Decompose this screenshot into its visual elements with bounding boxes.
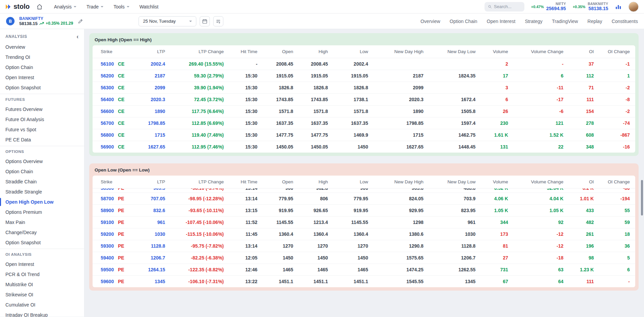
edit-pencil-icon[interactable]	[78, 19, 83, 24]
cell-value: 1798.85	[148, 120, 165, 126]
table-row[interactable]: 56200CE218759.30 (2.79%)15:301915.051915…	[93, 70, 635, 82]
table-row[interactable]: 59100PE961-107.45 (-10.06%)11:521145.551…	[93, 217, 635, 228]
scrollbar[interactable]	[641, 180, 643, 216]
pagenav-open-interest[interactable]: Open Interest	[487, 19, 516, 24]
table-row[interactable]: 56100CE2002.4269.40 (15.55%)-2008.452008…	[93, 58, 635, 70]
cell-value: 3	[505, 85, 508, 90]
sidebar-item-options-premium[interactable]: Options Premium	[0, 207, 84, 217]
menu-watchlist[interactable]: Watchlist	[140, 4, 158, 9]
cell-value: 1206.7	[461, 255, 476, 261]
cell-oi-change: -8	[597, 94, 635, 106]
table-row[interactable]: 58900PE832.6-93.65 (-10.11%)13:15919.959…	[93, 205, 635, 217]
col-strike: Strike	[93, 45, 132, 58]
cell-volume: 27	[479, 252, 511, 264]
table-row[interactable]: 59400PE1206.7-82.25 (-6.38%)12:051450145…	[93, 252, 635, 264]
table-row[interactable]: 59200PE1030-115.15 (-10.06%)11:451360.41…	[93, 228, 635, 240]
cell-volume-change: -18	[512, 252, 567, 264]
home-icon[interactable]	[36, 4, 43, 10]
sidebar-item-open-interest[interactable]: Open Interest	[0, 72, 84, 83]
sidebar-item-intraday-oi-breakup[interactable]: Intraday OI Breakup	[0, 310, 84, 317]
strike-value: 56400	[101, 97, 114, 102]
search-box[interactable]	[485, 2, 524, 12]
menu-tools[interactable]: Tools	[114, 4, 129, 9]
pagenav-overview[interactable]: Overview	[420, 19, 440, 24]
sidebar-item-overview[interactable]: Overview	[0, 42, 84, 52]
cell-ltp-change: -98.10 (-9.74%)	[169, 188, 227, 193]
sidebar-item-cumulative-oi[interactable]: Cumulative OI	[0, 300, 84, 310]
cell-low: 1571.8	[331, 106, 372, 117]
cell-volume-change: 1.05 K	[512, 205, 567, 217]
calendar-button[interactable]	[200, 16, 210, 26]
sidebar-item-options-overview[interactable]: Options Overview	[0, 156, 84, 166]
table-row[interactable]: 58500PE909.5-98.10 (-9.74%)13:14900962.8…	[93, 188, 635, 193]
cell-open: 1450	[261, 252, 297, 264]
ticker-nifty[interactable]: +0.47% NIFTY 25694.95	[531, 2, 566, 12]
sidebar-item-multistrike-oi[interactable]: Multistrike OI	[0, 279, 84, 290]
ticker-banknifty[interactable]: +0.35% BANKNIFTY 58138.15	[573, 2, 608, 12]
cell-value: 1477.75	[311, 132, 328, 138]
search-icon	[488, 4, 492, 9]
table-row[interactable]: 56300CE209939.90 (1.94%)15:301826.81826.…	[93, 82, 635, 94]
cell-value: 2008.45	[276, 61, 293, 67]
sidebar-item-option-snapshot[interactable]: Option Snapshot	[0, 237, 84, 248]
option-type: PE	[118, 196, 124, 201]
sidebar-item-pcr-oi-trend[interactable]: PCR & OI Trend	[0, 269, 84, 279]
cell-value: 5	[627, 255, 630, 261]
sidebar-item-change-decay[interactable]: Change/Decay	[0, 227, 84, 237]
cell-value: 37	[589, 61, 594, 67]
nifty-change: +0.47%	[531, 5, 544, 9]
sidebar-item-future-oi-analysis[interactable]: Future OI Analysis	[0, 114, 84, 124]
list-view-button[interactable]	[213, 16, 223, 26]
pagenav-constituents[interactable]: Constituents	[612, 19, 638, 24]
sidebar-item-strikewise-oi[interactable]: Strikewise OI	[0, 290, 84, 300]
option-type: CE	[118, 120, 124, 126]
cell-ltp-change: 72.45 (3.72%)	[169, 94, 227, 106]
table-row[interactable]: 56800CE1715119.40 (7.48%)15:301477.75147…	[93, 129, 635, 141]
cell-value: 1.05 K	[549, 208, 563, 213]
pagenav-replay[interactable]: Replay	[588, 19, 602, 24]
pagenav-strategy[interactable]: Strategy	[525, 19, 542, 24]
sidebar-item-open-high-open-low[interactable]: Open High Open Low	[0, 197, 84, 207]
sidebar-item-option-snapshot[interactable]: Option Snapshot	[0, 83, 84, 93]
sidebar-item-max-pain[interactable]: Max Pain	[0, 217, 84, 227]
cell-hit-time: 13:22	[227, 276, 261, 288]
open-low-table: StrikeLTPLTP ChangeHit TimeOpenHighLowNe…	[93, 176, 635, 287]
sidebar-item-option-chain[interactable]: Option Chain	[0, 166, 84, 177]
table-row[interactable]: 59500PE1264.15-122.35 (-8.82%)12:4614651…	[93, 264, 635, 276]
cell-hit-time: -	[227, 58, 261, 70]
sidebar-item-pe-ce-data[interactable]: PE CE Data	[0, 135, 84, 145]
cell-low: 1145.55	[331, 217, 372, 228]
cell-value: -95.75 (-7.82%)	[191, 243, 224, 249]
table-row[interactable]: 58700PE707.05-98.95 (-12.28%)13:14779.95…	[93, 193, 635, 205]
chart-tool-icon[interactable]	[615, 3, 622, 10]
cell-ltp-change: -107.45 (-10.06%)	[169, 217, 227, 228]
search-input[interactable]	[494, 4, 521, 9]
table-row[interactable]: 59600PE1345-106.10 (-7.31%)13:221451.114…	[93, 276, 635, 288]
sidebar-item-open-interest[interactable]: Open Interest	[0, 259, 84, 269]
sidebar-item-option-chain[interactable]: Option Chain	[0, 62, 84, 72]
table-row[interactable]: 56400CE2020.372.45 (3.72%)15:301743.8517…	[93, 94, 635, 106]
table-row[interactable]: 59300PE1128.8-95.75 (-7.82%)13:141270127…	[93, 240, 635, 252]
sidebar-item-future-vs-spot[interactable]: Future vs Spot	[0, 124, 84, 135]
pagenav-option-chain[interactable]: Option Chain	[450, 19, 477, 24]
menu-trade[interactable]: Trade	[86, 4, 103, 9]
cell-value: 131	[500, 144, 508, 150]
pagenav-tradingview[interactable]: TradingView	[552, 19, 578, 24]
menu-analysis[interactable]: Analysis	[54, 4, 76, 9]
table-row[interactable]: 56600CE1890117.75 (6.64%)15:301571.81571…	[93, 106, 635, 117]
app-logo[interactable]: stolo	[5, 3, 30, 10]
cell-volume: 173	[479, 228, 511, 240]
user-avatar[interactable]	[628, 2, 639, 12]
sidebar-item-straddle-chain[interactable]: Straddle Chain	[0, 177, 84, 187]
sidebar-item-futures-overview[interactable]: Futures Overview	[0, 104, 84, 114]
table-row[interactable]: 56700CE1798.85112.85 (6.69%)15:301637.35…	[93, 117, 635, 129]
date-select[interactable]: 25 Nov, Tuesday	[139, 16, 196, 26]
cell-high: 926.65	[297, 205, 331, 217]
instrument-summary[interactable]: BANKNIFTY 58138.15 +0.35% 201.29	[19, 16, 73, 26]
cell-value: 112	[586, 73, 594, 78]
sidebar-item-trending-oi[interactable]: Trending OI	[0, 52, 84, 62]
table-row[interactable]: 56900CE1627.65112.95 (7.46%)15:301450.05…	[93, 141, 635, 153]
sidebar-collapse-icon[interactable]: ‹	[76, 33, 79, 40]
sidebar-item-straddle-strangle[interactable]: Straddle Strangle	[0, 187, 84, 197]
cell-oi-change: -	[597, 276, 635, 288]
